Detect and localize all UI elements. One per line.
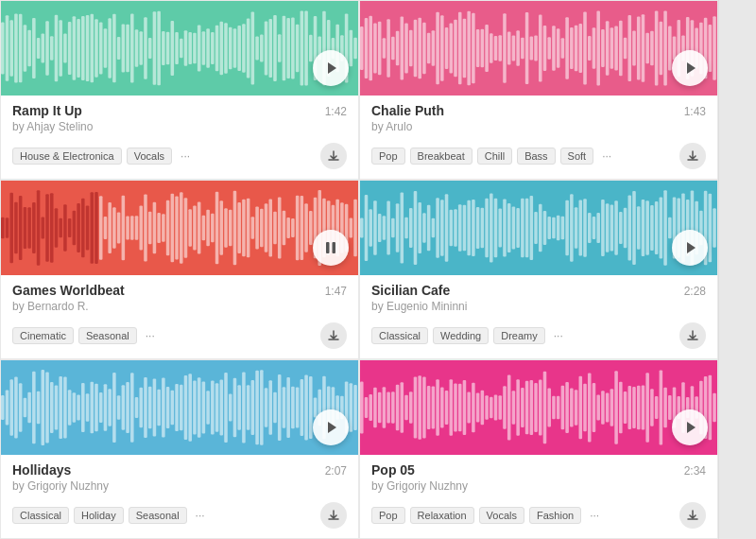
svg-rect-342 [77,395,80,421]
tag[interactable]: Classical [12,507,69,524]
svg-rect-426 [450,379,454,436]
more-tags[interactable]: ··· [177,148,194,165]
svg-rect-123 [547,37,551,59]
svg-rect-259 [427,205,431,252]
svg-rect-337 [55,386,59,430]
svg-rect-282 [530,196,534,260]
svg-rect-358 [148,387,152,428]
tag[interactable]: House & Electronica [12,148,122,165]
svg-rect-32 [144,17,147,79]
tag[interactable]: Seasonal [78,327,137,344]
svg-rect-445 [534,383,538,432]
download-button[interactable] [320,322,347,349]
tag[interactable]: Fashion [529,507,581,524]
tag[interactable]: Vocals [479,507,524,524]
svg-rect-101 [450,23,454,73]
svg-rect-210 [215,192,219,264]
svg-rect-141 [628,15,632,81]
svg-rect-16 [73,16,77,80]
more-tags[interactable]: ··· [550,327,567,344]
card-title: Pop 05 [371,462,415,478]
svg-rect-389 [286,377,290,438]
play-button[interactable] [672,230,708,266]
tag[interactable]: Wedding [433,327,489,344]
svg-rect-359 [153,379,157,437]
play-button[interactable] [672,50,708,86]
tag[interactable]: Holiday [74,507,124,524]
svg-rect-172 [45,194,49,262]
tag[interactable]: Cinematic [12,327,74,344]
svg-rect-328 [14,377,18,439]
svg-rect-19 [86,15,90,81]
play-button[interactable] [672,409,708,445]
tag[interactable]: Breakbeat [410,148,472,165]
svg-rect-39 [175,32,179,64]
svg-rect-228 [296,196,300,260]
download-button[interactable] [679,322,706,349]
svg-rect-168 [27,207,31,249]
svg-rect-211 [220,200,224,255]
play-button[interactable] [313,50,349,86]
svg-rect-209 [211,214,215,243]
svg-rect-458 [593,383,596,432]
svg-marker-324 [687,242,696,253]
svg-rect-43 [193,33,197,63]
svg-rect-15 [68,22,72,75]
svg-rect-350 [112,373,116,443]
svg-rect-109 [485,25,489,72]
svg-rect-81 [360,26,364,70]
svg-rect-52 [233,28,237,68]
svg-rect-390 [291,387,295,428]
download-button[interactable] [320,143,347,169]
svg-rect-110 [490,33,493,62]
tag[interactable]: Chill [477,148,512,165]
svg-rect-406 [360,382,364,434]
svg-rect-118 [525,12,529,84]
play-button[interactable] [313,230,349,266]
svg-rect-91 [404,23,408,73]
svg-rect-423 [436,379,439,435]
download-button[interactable] [679,502,706,529]
tag[interactable]: Seasonal [129,507,187,524]
svg-rect-111 [494,36,498,61]
svg-rect-90 [401,16,404,79]
card-ramp-it-up: Ramp It Up 1:42 by Ahjay Stelino House &… [0,0,359,180]
tag[interactable]: Dreamy [493,327,545,344]
svg-rect-88 [391,37,395,61]
svg-rect-381 [251,380,255,435]
title-row: Hollidays 2:07 [12,462,347,478]
card-title: Ramp It Up [12,103,82,118]
svg-rect-134 [596,11,600,86]
svg-rect-467 [632,387,636,428]
svg-rect-444 [530,380,534,435]
tag[interactable]: Classical [371,327,428,344]
play-button[interactable] [313,409,349,445]
more-tags[interactable]: ··· [192,507,209,524]
tag[interactable]: Relaxation [410,507,474,524]
svg-rect-269 [472,200,475,256]
tag[interactable]: Soft [560,148,594,165]
card-artist: by Grigoriy Nuzhny [12,479,347,493]
download-button[interactable] [320,502,347,529]
more-tags[interactable]: ··· [142,327,159,344]
card-artist: by Arulo [371,120,706,133]
svg-rect-244 [360,218,364,238]
svg-rect-326 [6,391,9,426]
svg-rect-419 [418,375,421,439]
svg-rect-285 [543,211,547,245]
more-tags[interactable]: ··· [586,507,603,524]
svg-rect-385 [269,380,273,434]
svg-rect-468 [637,386,641,430]
svg-rect-199 [166,200,170,256]
more-tags[interactable]: ··· [598,148,615,165]
tag[interactable]: Pop [371,507,405,524]
svg-rect-41 [184,30,188,65]
svg-rect-403 [350,383,353,432]
svg-rect-31 [139,31,143,65]
tag[interactable]: Vocals [127,148,172,165]
tag[interactable]: Bass [517,148,555,165]
waveform [360,1,717,96]
tag[interactable]: Pop [371,148,405,165]
download-button[interactable] [679,143,706,169]
svg-rect-469 [642,386,645,430]
